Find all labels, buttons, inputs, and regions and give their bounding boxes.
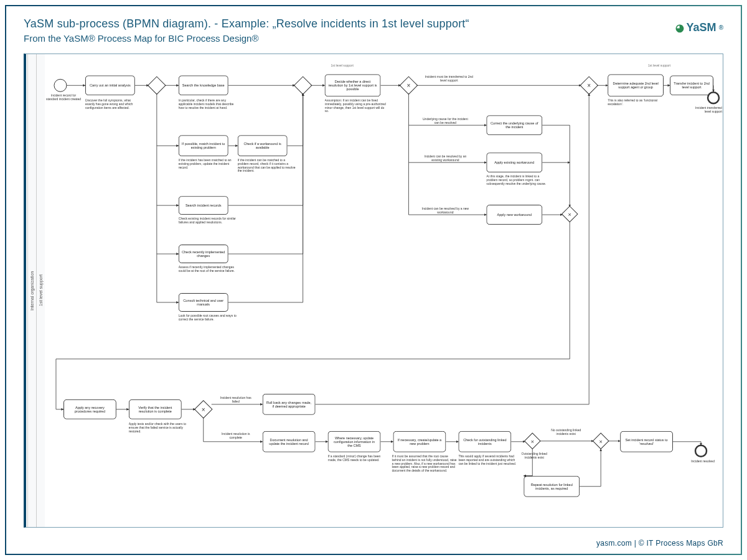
annotation-verify: Apply tests and/or check with the users … [129,422,188,444]
gateway-merge-resolve: × [593,433,608,449]
annotation-analysis: Discover the full symptoms, what exactly… [85,99,141,124]
annotation-check-wa: If the incident can be matched to a prob… [238,159,297,186]
svg-text:×: × [587,82,591,89]
annotation-check-linked: This would apply if several incidents ha… [458,455,520,486]
task-match-problem: If possible, match incident to existing … [179,135,228,156]
gateway-after-verify: × [195,401,212,418]
bpmn-svg: 1st level support 1st level support Inci… [26,54,723,527]
gateway-escalation: × [580,77,598,94]
task-verify-complete: Verify that the incident resolution is c… [129,399,182,419]
task-initial-analysis: Carry out an initial analysis [85,75,135,95]
gateway-label-res-complete: Incident resolution is complete [218,432,254,449]
task-check-linked: Check for outstanding linked incidents [458,431,511,452]
annotation-kb: In particular, check if there are any ap… [179,99,238,124]
end-event-resolved-icon [695,446,707,457]
task-apply-existing-wa: Apply existing workaround [486,152,542,172]
svg-text:×: × [407,82,411,89]
svg-rect-1 [294,77,311,94]
annotation-determine-2nd: This is also referred to as 'functional … [608,99,664,114]
page-subtitle: From the YaSM® Process Map for BIC Proce… [24,33,469,44]
task-transfer-2nd: Transfer incident to 2nd level support [670,75,713,95]
brand-reg: ® [719,24,723,31]
svg-text:×: × [202,406,205,413]
gateway-linked: × [525,433,540,449]
task-search-kb: Search the knowledge base [179,75,228,95]
task-set-resolved: Set incident record status to 'resolved' [620,431,673,452]
svg-text:×: × [568,212,571,218]
task-raise-problem: If necessary, create/update a new proble… [393,431,446,452]
annotation-update-cms: If a standard (minor) change has been ma… [328,455,387,476]
task-correct-cause: Correct the underlying cause of the inci… [486,115,542,135]
task-update-cms: Where necessary, update configuration in… [328,431,381,452]
gateway-label-linked-exist: Outstanding linked incidents exist [515,452,553,466]
brand-text: YaSM [687,21,716,34]
brand-logo: ◕ YaSM® [675,21,723,34]
start-event-label: Incident record for standard incident cr… [45,94,82,113]
end-event-transfer-label: Incident transferred to 2nd level suppor… [695,106,723,125]
task-apply-recovery: Apply any recovery procedures required [63,399,116,419]
annotation-check-changes: Assess if recently implemented changes c… [179,266,238,284]
gateway-merge-kb [294,77,311,94]
task-repeat-linked: Repeat resolution for linked incidents, … [524,476,580,497]
diagram-canvas: Internal organization 1st level support … [24,54,723,528]
document-frame: YaSM sub-process (BPMN diagram). - Examp… [5,5,742,555]
brand-icon: ◕ [675,22,684,34]
svg-text:×: × [531,439,534,445]
annotation-search-incidents: Check existing incident records for simi… [179,217,238,236]
task-determine-2nd: Determine adequate 2nd level support age… [608,74,664,96]
annotation-manuals: Look for possible root causes and ways t… [179,314,238,330]
annotation-existing-wa: At this stage, the incident is linked to… [486,175,548,203]
title-block: YaSM sub-process (BPMN diagram). - Examp… [24,17,469,44]
header: YaSM sub-process (BPMN diagram). - Examp… [6,6,741,50]
lane-header: 1st level support [331,63,354,67]
svg-rect-0 [148,77,166,94]
start-event-icon [54,79,67,91]
end-event-transfer-icon [708,92,719,103]
task-check-changes: Check recently implemented changes [179,245,228,263]
end-event-resolved-label: Incident resolved [684,460,721,472]
task-decide-direct: Decide whether a direct resolution by 1s… [325,74,381,96]
task-manuals: Consult technical and user manuals [179,293,228,312]
gateway-label-transfer: Incident must be transferred to 2nd leve… [424,75,474,94]
annotation-decide-direct: Assumption: If an incident can be fixed … [325,99,387,129]
annotation-raise-problem: If it must be assumed that the root caus… [392,455,457,490]
gateway-merge-fix: × [562,206,578,222]
task-check-wa: Check if a workaround is available [238,135,288,156]
annotation-match-problem: If the incident has been matched to an e… [179,159,235,181]
footer-copyright: yasm.com | © IT Process Maps GbR [6,535,741,554]
gateway-label-existing-wa: Incident can be resolved by an existing … [421,155,469,171]
gateway-label-new-wa: Incident can be resolved by a new workar… [421,207,469,223]
task-rollback: Roll back any changes made, if deemed ap… [263,394,316,415]
gateway-label-underlying: Underlying cause for the incident can be… [421,118,469,134]
gateway-after-analysis [148,77,166,94]
task-doc-update: Document resolution and update the incid… [263,431,316,452]
svg-text:×: × [599,439,603,445]
lane-header-2: 1st level support [648,63,671,67]
task-apply-new-wa: Apply new workaround [486,205,542,225]
page-title: YaSM sub-process (BPMN diagram). - Examp… [24,17,469,30]
task-search-incidents: Search incident records [179,196,228,215]
gateway-decide-path: × [400,77,417,94]
